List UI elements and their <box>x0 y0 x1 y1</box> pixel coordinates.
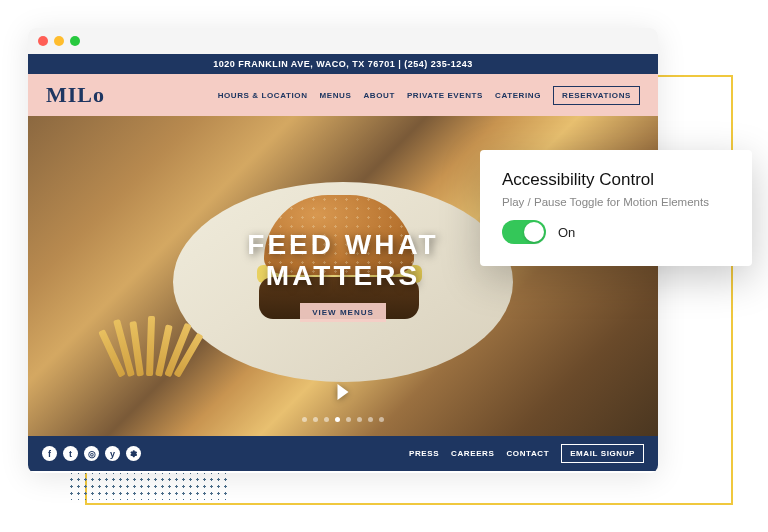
nav-hours[interactable]: HOURS & LOCATION <box>218 91 308 100</box>
motion-toggle[interactable] <box>502 220 546 244</box>
instagram-icon[interactable]: ◎ <box>84 446 99 461</box>
footer-links: PRESS CAREERS CONTACT EMAIL SIGNUP <box>409 444 644 463</box>
carousel-dot[interactable] <box>346 417 351 422</box>
view-menus-button[interactable]: VIEW MENUS <box>300 303 386 322</box>
footer-careers[interactable]: CAREERS <box>451 449 494 458</box>
toggle-row: On <box>502 220 730 244</box>
popup-description: Play / Pause Toggle for Motion Elements <box>502 196 730 208</box>
hero-fries-image <box>118 316 181 380</box>
footer-contact[interactable]: CONTACT <box>506 449 549 458</box>
email-signup-button[interactable]: EMAIL SIGNUP <box>561 444 644 463</box>
carousel-dot[interactable] <box>379 417 384 422</box>
carousel-dot[interactable] <box>368 417 373 422</box>
address-phone-bar: 1020 FRANKLIN AVE, WACO, TX 76701 | (254… <box>28 54 658 74</box>
site-logo[interactable]: MILo <box>46 82 105 108</box>
close-icon[interactable] <box>38 36 48 46</box>
carousel-dot[interactable] <box>357 417 362 422</box>
twitter-icon[interactable]: t <box>63 446 78 461</box>
browser-titlebar <box>28 28 658 54</box>
social-icons: f t ◎ y ✽ <box>42 446 141 461</box>
minimize-icon[interactable] <box>54 36 64 46</box>
footer-press[interactable]: PRESS <box>409 449 439 458</box>
nav-catering[interactable]: CATERING <box>495 91 541 100</box>
carousel-dot[interactable] <box>324 417 329 422</box>
hero-headline: FEED WHAT MATTERS <box>247 230 438 292</box>
hero-line1: FEED WHAT <box>247 230 438 261</box>
nav-menus[interactable]: MENUS <box>320 91 352 100</box>
tripadvisor-icon[interactable]: ✽ <box>126 446 141 461</box>
yelp-icon[interactable]: y <box>105 446 120 461</box>
nav-links: HOURS & LOCATION MENUS ABOUT PRIVATE EVE… <box>218 86 640 105</box>
hero-line2: MATTERS <box>247 261 438 292</box>
facebook-icon[interactable]: f <box>42 446 57 461</box>
carousel-dot[interactable] <box>302 417 307 422</box>
nav-private-events[interactable]: PRIVATE EVENTS <box>407 91 483 100</box>
accessibility-popup: Accessibility Control Play / Pause Toggl… <box>480 150 752 266</box>
carousel-dot[interactable] <box>313 417 318 422</box>
nav-about[interactable]: ABOUT <box>363 91 394 100</box>
carousel-dots <box>302 417 384 422</box>
toggle-state-label: On <box>558 225 575 240</box>
reservations-button[interactable]: RESERVATIONS <box>553 86 640 105</box>
play-icon[interactable] <box>338 384 349 400</box>
maximize-icon[interactable] <box>70 36 80 46</box>
main-nav: MILo HOURS & LOCATION MENUS ABOUT PRIVAT… <box>28 74 658 116</box>
popup-title: Accessibility Control <box>502 170 730 190</box>
carousel-dot-active[interactable] <box>335 417 340 422</box>
footer-bar: f t ◎ y ✽ PRESS CAREERS CONTACT EMAIL SI… <box>28 436 658 471</box>
